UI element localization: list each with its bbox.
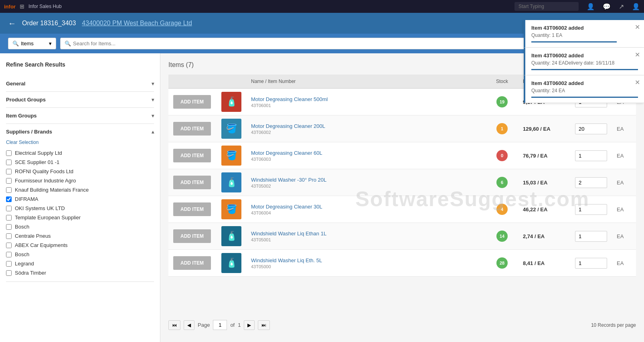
product-name-link[interactable]: Motor Degreasing Cleaner 200L [251, 123, 325, 129]
quantity-cell [570, 196, 612, 223]
supplier-label: ABEX Car Equipments [15, 242, 68, 248]
supplier-item[interactable]: Centrale Pneus [6, 231, 154, 241]
supplier-item[interactable]: DIFRAMA [6, 194, 154, 204]
filter-general: General ▾ [6, 76, 154, 92]
last-page-btn[interactable]: ⏭ [258, 320, 270, 330]
product-image-cell: 🧴 [217, 223, 246, 250]
order-link[interactable]: 43400020 PM West Beach Garage Ltd [82, 20, 192, 27]
grid-icon[interactable]: ⊞ [20, 3, 24, 10]
back-button[interactable]: ← [8, 19, 16, 28]
total-pages: 1 [238, 322, 241, 328]
supplier-item[interactable]: ABEX Car Equipments [6, 241, 154, 250]
add-item-button[interactable]: ADD ITEM [173, 122, 211, 136]
page-number-input[interactable] [213, 320, 227, 330]
supplier-item[interactable]: SCE Supplier 01 -1 [6, 158, 154, 167]
quantity-input[interactable] [575, 204, 607, 215]
supplier-checkbox[interactable] [6, 224, 12, 230]
chat-icon[interactable]: 💬 [603, 3, 611, 10]
stock-badge: 4 [496, 204, 508, 215]
supplier-item[interactable]: Legrand [6, 259, 154, 268]
supplier-item[interactable]: Södra Timber [6, 268, 154, 277]
supplier-item[interactable]: Template European Supplier [6, 213, 154, 222]
price-cell: 129,60 / EA [518, 115, 570, 142]
add-item-button[interactable]: ADD ITEM [173, 95, 211, 109]
supplier-checkbox[interactable] [6, 233, 12, 239]
col-image [217, 75, 246, 89]
toast-close-button[interactable]: ✕ [635, 23, 640, 31]
supplier-label: Legrand [15, 261, 34, 267]
toast-close-button[interactable]: ✕ [635, 79, 640, 86]
toast-close-button[interactable]: ✕ [635, 51, 640, 59]
quantity-input[interactable] [575, 123, 607, 134]
supplier-item[interactable]: Fournisseur Industrie Agro [6, 176, 154, 185]
supplier-item[interactable]: Bosch [6, 250, 154, 259]
filter-item-groups-header[interactable]: Item Groups ▾ [6, 108, 154, 123]
supplier-checkbox[interactable] [6, 178, 12, 184]
filter-general-header[interactable]: General ▾ [6, 76, 154, 91]
dropdown-label: Items [21, 40, 34, 47]
filter-suppliers-header[interactable]: Suppliers / Brands ▴ [6, 124, 154, 140]
supplier-checkbox[interactable] [6, 270, 12, 276]
records-per-page[interactable]: 10 Records per page [591, 322, 636, 328]
items-tbody: ADD ITEM🧴Motor Degreasing Cleaner 500ml4… [168, 89, 636, 277]
next-page-btn[interactable]: ▶ [244, 320, 255, 330]
share-icon[interactable]: ↗ [619, 3, 624, 10]
filter-item-groups: Item Groups ▾ [6, 108, 154, 124]
filter-product-groups: Product Groups ▾ [6, 92, 154, 108]
supplier-checkbox[interactable] [6, 150, 12, 156]
supplier-item[interactable]: OKI Systems UK LTD [6, 204, 154, 213]
user-icon[interactable]: 👤 [587, 3, 595, 10]
search-type-dropdown[interactable]: 🔍 Items ▾ [8, 38, 56, 49]
product-name-cell: Motor Degreasing Cleaner 500ml43T06001 [246, 89, 486, 115]
product-name-link[interactable]: Motor Degreasing Cleaner 500ml [251, 96, 328, 102]
product-image-cell: 🪣 [217, 115, 246, 142]
supplier-checkbox[interactable] [6, 243, 12, 248]
quantity-input[interactable] [575, 150, 607, 161]
product-image: 🧴 [221, 253, 241, 273]
stock-badge: 1 [496, 123, 508, 134]
filter-suppliers-label: Suppliers / Brands [6, 129, 52, 135]
supplier-checkbox[interactable] [6, 160, 12, 165]
supplier-checkbox[interactable] [6, 261, 12, 267]
stock-badge: 19 [496, 96, 508, 107]
quantity-input[interactable] [575, 258, 607, 269]
add-item-button[interactable]: ADD ITEM [173, 256, 211, 270]
supplier-item[interactable]: Bosch [6, 222, 154, 231]
add-item-button[interactable]: ADD ITEM [173, 202, 211, 216]
profile-icon[interactable]: 👤 [632, 3, 640, 10]
supplier-checkbox[interactable] [6, 215, 12, 221]
supplier-checkbox[interactable] [6, 169, 12, 174]
supplier-item[interactable]: Electrical Supply Ltd [6, 148, 154, 158]
product-name-link[interactable]: Motor Degreasing Cleaner 30L [251, 204, 322, 210]
product-image: 🧴 [221, 172, 241, 192]
product-number: 43T06002 [251, 130, 481, 135]
stock-badge: 6 [496, 177, 508, 188]
unit-cell: EA [612, 196, 636, 223]
stock-badge: 28 [496, 257, 508, 269]
supplier-item[interactable]: Knauf Building Materials France [6, 185, 154, 194]
filter-product-groups-header[interactable]: Product Groups ▾ [6, 92, 154, 107]
supplier-checkbox[interactable] [6, 196, 12, 202]
supplier-item[interactable]: ROFNI Quality Foods Ltd [6, 167, 154, 176]
add-item-button[interactable]: ADD ITEM [173, 176, 211, 189]
supplier-checkbox[interactable] [6, 252, 12, 257]
product-name-link[interactable]: Windshield Washer Liq Eth. 5L [251, 257, 322, 263]
prev-page-btn[interactable]: ◀ [184, 320, 194, 330]
product-name-link[interactable]: Windshield Washer -30° Pro 20L [251, 177, 326, 183]
clear-selection-link[interactable]: Clear Selection [6, 140, 154, 145]
filter-product-groups-arrow: ▾ [152, 97, 154, 103]
supplier-label: Knauf Building Materials France [15, 187, 89, 193]
add-item-button[interactable]: ADD ITEM [173, 149, 211, 162]
top-search-input[interactable] [514, 2, 579, 11]
quantity-input[interactable] [575, 177, 607, 188]
supplier-checkbox[interactable] [6, 206, 12, 211]
supplier-checkbox[interactable] [6, 187, 12, 193]
product-name-link[interactable]: Windshield Washer Liq Ethan 1L [251, 231, 326, 237]
add-item-button[interactable]: ADD ITEM [173, 229, 211, 243]
stock-badge: 14 [496, 231, 508, 242]
product-name-link[interactable]: Motor Degreasing Cleaner 60L [251, 150, 322, 156]
filter-general-label: General [6, 81, 25, 87]
product-number: 43T05001 [251, 237, 481, 242]
first-page-btn[interactable]: ⏮ [168, 320, 180, 330]
quantity-input[interactable] [575, 231, 607, 242]
